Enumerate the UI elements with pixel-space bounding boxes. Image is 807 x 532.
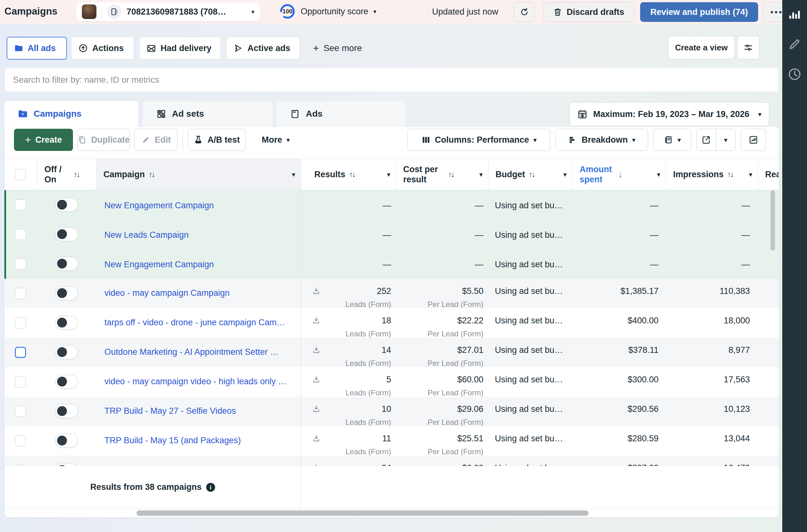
campaign-toggle[interactable]	[55, 227, 78, 241]
campaign-toggle[interactable]	[55, 404, 78, 418]
breakdown-button[interactable]: Breakdown	[555, 129, 648, 151]
create-a-view-button[interactable]: Create a view	[668, 36, 735, 59]
vertical-scrollbar[interactable]	[771, 190, 775, 250]
refresh-button[interactable]	[514, 2, 535, 22]
discard-drafts-button[interactable]: Discard drafts	[544, 2, 634, 22]
campaign-toggle[interactable]	[55, 257, 78, 271]
row-checkbox[interactable]	[15, 200, 26, 210]
table-body: New Engagement Campaign — — Using ad set…	[4, 190, 779, 466]
tab-ad-sets[interactable]: Ad sets	[143, 101, 272, 127]
campaign-toggle[interactable]	[55, 316, 78, 330]
header-reach[interactable]: Reach	[758, 159, 779, 190]
campaign-toggle[interactable]	[55, 198, 78, 212]
campaign-link[interactable]: video - may campaign Campaign	[104, 288, 230, 298]
header-cost-per-result[interactable]: Cost per result	[396, 159, 489, 190]
row-checkbox[interactable]	[15, 288, 26, 299]
history-clock-icon[interactable]	[788, 67, 802, 82]
download-icon[interactable]	[312, 434, 321, 444]
download-icon[interactable]	[312, 287, 321, 297]
campaign-toggle[interactable]	[55, 375, 78, 389]
row-checkbox[interactable]	[15, 317, 26, 328]
top-bar: Campaigns 708213609871883 (708… 100 Oppo…	[0, 0, 782, 24]
date-range-selector[interactable]: Maximum: Feb 19, 2023 – Mar 19, 2026	[569, 102, 769, 126]
campaign-link[interactable]: video - may campaign video - high leads …	[104, 377, 287, 386]
page-title: Campaigns	[4, 6, 57, 17]
tab-campaigns[interactable]: Campaigns	[4, 101, 138, 127]
filter-active-ads[interactable]: Active ads	[226, 37, 300, 60]
results-summary: Results from 38 campaigns	[90, 482, 201, 492]
reports-button[interactable]	[653, 129, 691, 151]
info-icon[interactable]	[206, 483, 215, 492]
table-row: New Engagement Campaign — — Using ad set…	[4, 190, 779, 220]
campaign-link[interactable]: Outdone Marketing - AI Appointment Sette…	[104, 347, 278, 357]
horizontal-scrollbar[interactable]	[136, 510, 588, 516]
edit-button[interactable]: Edit	[134, 129, 178, 151]
row-checkbox[interactable]	[15, 435, 26, 446]
select-all-checkbox[interactable]	[15, 169, 26, 180]
sort-icon	[74, 170, 79, 179]
view-charts-button[interactable]	[741, 129, 766, 151]
campaign-link[interactable]: New Engagement Campaign	[104, 201, 214, 210]
avatar	[82, 4, 96, 19]
download-icon[interactable]	[312, 405, 321, 415]
sort-icon	[727, 170, 733, 179]
row-checkbox[interactable]	[15, 376, 26, 387]
row-checkbox[interactable]	[15, 347, 26, 358]
export-icon[interactable]	[697, 129, 716, 151]
see-more-filters[interactable]: See more	[313, 37, 362, 60]
review-and-publish-button[interactable]: Review and publish (74)	[640, 2, 758, 22]
row-checkbox[interactable]	[15, 229, 26, 240]
campaign-link[interactable]: TRP Build - May 15 (and Packages)	[104, 436, 241, 445]
columns-selector-button[interactable]: Columns: Performance	[408, 129, 550, 151]
edit-pencil-icon[interactable]	[788, 37, 801, 52]
chevron-down-icon	[749, 171, 752, 178]
chevron-down-icon	[251, 8, 254, 16]
campaign-link[interactable]: New Engagement Campaign	[104, 260, 214, 269]
download-icon[interactable]	[312, 464, 321, 466]
trash-icon	[553, 7, 562, 17]
campaign-toggle[interactable]	[55, 345, 78, 359]
view-settings-button[interactable]	[737, 36, 759, 59]
export-options-caret[interactable]	[716, 129, 736, 151]
campaign-link[interactable]: New Leads Campaign	[104, 230, 189, 240]
download-icon[interactable]	[312, 317, 321, 326]
header-amount-spent[interactable]: Amount spent	[573, 159, 666, 190]
calendar-icon	[577, 109, 587, 119]
campaign-toggle[interactable]	[55, 434, 78, 448]
circle-arrow-up-icon	[78, 43, 88, 53]
duplicate-button[interactable]: Duplicate	[77, 129, 130, 151]
campaign-toggle[interactable]	[55, 286, 78, 300]
row-checkbox[interactable]	[15, 259, 26, 269]
header-budget[interactable]: Budget	[489, 159, 573, 190]
more-button[interactable]: More	[255, 129, 296, 151]
header-results[interactable]: Results	[301, 159, 396, 190]
header-off-on[interactable]: Off / On	[37, 159, 96, 190]
opportunity-score[interactable]: 100 Opportunity score	[279, 3, 377, 20]
chevron-down-icon	[563, 171, 567, 178]
filter-had-delivery[interactable]: Had delivery	[139, 37, 221, 60]
tab-ads[interactable]: Ads	[277, 101, 405, 127]
chevron-down-icon	[724, 136, 727, 144]
campaign-toggle[interactable]	[55, 463, 78, 466]
create-button[interactable]: Create	[14, 129, 73, 151]
download-icon[interactable]	[312, 375, 321, 385]
insights-bar-chart-icon[interactable]	[788, 7, 801, 22]
filter-actions[interactable]: Actions	[71, 37, 134, 60]
ab-test-button[interactable]: A/B test	[188, 129, 245, 151]
header-impressions[interactable]: Impressions	[666, 159, 758, 190]
chevron-down-icon	[632, 136, 636, 144]
account-id: 708213609871883 (708…	[127, 7, 226, 17]
campaign-link[interactable]: tarps off - video - drone - june campaig…	[104, 318, 285, 327]
header-campaign[interactable]: Campaign	[96, 159, 301, 190]
sliders-icon	[743, 42, 753, 53]
row-checkbox[interactable]	[15, 406, 26, 417]
export-button[interactable]	[696, 129, 736, 151]
opportunity-score-label: Opportunity score	[301, 7, 368, 17]
table-row: video - may campaign Campaign 252Leads (…	[4, 279, 779, 308]
search-input[interactable]	[4, 68, 779, 92]
download-icon[interactable]	[312, 346, 321, 356]
grid-icon	[156, 109, 166, 119]
account-selector[interactable]: 708213609871883 (708…	[76, 2, 260, 21]
campaign-link[interactable]: TRP Build - May 27 - Selfie Videos	[104, 406, 236, 416]
filter-all-ads[interactable]: All ads	[7, 37, 67, 60]
